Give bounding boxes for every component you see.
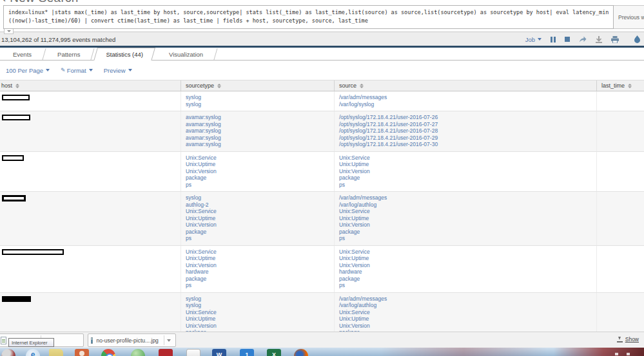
sourcetype-value-link[interactable]: Unix:Uptime (186, 161, 329, 168)
sourcetype-value-link[interactable]: avamar:syslog (186, 114, 329, 121)
source-value-link[interactable]: hardware (339, 268, 592, 276)
sourcetype-value-link[interactable]: ps (186, 182, 329, 189)
internet-explorer-icon[interactable]: e (26, 349, 40, 356)
source-value-link[interactable]: package (339, 174, 592, 182)
source-value-link[interactable]: Unix:Version (339, 262, 592, 269)
download-menu-chevron-icon[interactable] (167, 339, 171, 342)
tab-statistics[interactable]: Statistics (44) (93, 48, 156, 61)
column-header-host[interactable]: host (0, 80, 181, 91)
chrome-icon[interactable] (101, 349, 115, 356)
source-value-link[interactable]: ps (339, 182, 592, 189)
source-value-link[interactable]: Unix:Uptime (339, 215, 592, 222)
source-value-link[interactable]: ps (339, 282, 592, 289)
sourcetype-value-link[interactable]: ps (186, 282, 329, 289)
sourcetype-value-link[interactable]: Unix:Service (186, 309, 329, 316)
system-tray-icon[interactable] (627, 353, 630, 355)
sourcetype-value-link[interactable]: avamar:syslog (186, 135, 329, 142)
sourcetype-value-link[interactable]: Unix:Service (186, 155, 329, 162)
pause-button[interactable] (551, 37, 556, 42)
sourcetype-value-link[interactable]: authlog-2 (186, 201, 329, 209)
source-value-link[interactable]: /var/log/syslog (339, 101, 592, 108)
sourcetype-value-link[interactable]: syslog (186, 302, 329, 309)
sourcetype-value-link[interactable]: package (186, 276, 329, 283)
source-value-link[interactable]: package (339, 276, 592, 283)
download-item-image[interactable]: no-user-profile-pictu....jpg (88, 333, 176, 347)
red-app-icon[interactable] (159, 349, 173, 356)
orange-app-icon[interactable] (75, 349, 89, 356)
per-page-dropdown[interactable]: 100 Per Page (6, 67, 50, 74)
source-value-link[interactable]: Unix:Service (339, 248, 592, 256)
sourcetype-value-link[interactable]: Unix:Version (186, 168, 329, 175)
preview-dropdown[interactable]: Preview (104, 67, 132, 74)
sourcetype-value-link[interactable]: ps (186, 235, 329, 242)
word-icon[interactable]: W (212, 349, 226, 356)
table-controls: 100 Per Page ✎ Format Preview (0, 61, 644, 80)
source-value-link[interactable]: Unix:Uptime (339, 255, 592, 262)
sourcetype-value-link[interactable]: syslog (186, 94, 329, 101)
excel-icon[interactable]: X (267, 349, 281, 356)
source-value-link[interactable]: Unix:Uptime (339, 161, 592, 168)
sourcetype-value-link[interactable]: Unix:Version (186, 221, 329, 229)
document-icon[interactable] (186, 349, 200, 356)
folder-icon[interactable] (49, 349, 63, 356)
sourcetype-value-link[interactable]: hardware (186, 268, 329, 276)
source-value-link[interactable]: Unix:Version (339, 168, 592, 175)
sourcetype-value-link[interactable]: syslog (186, 194, 329, 201)
search-input[interactable]: index=linux* |stats max(_time) as last_t… (3, 5, 614, 29)
source-value-link[interactable]: /opt/syslog/172.18.4.21/user-2016-07-30 (339, 141, 592, 148)
source-value-link[interactable]: Unix:Service (339, 309, 592, 316)
source-value-link[interactable]: Unix:Service (339, 155, 592, 162)
sourcetype-value-link[interactable]: avamar:syslog (186, 141, 329, 148)
source-value-link[interactable]: /var/adm/messages (339, 94, 592, 101)
source-value-link[interactable]: /opt/syslog/172.18.4.21/user-2016-07-26 (339, 114, 592, 121)
tab-events[interactable]: Events (0, 48, 44, 61)
source-value-link[interactable]: Unix:Version (339, 323, 592, 330)
source-value-link[interactable]: package (339, 229, 592, 236)
tab-visualization[interactable]: Visualization (156, 48, 216, 61)
share-button[interactable] (579, 36, 587, 42)
source-value-link[interactable]: Unix:Service (339, 208, 592, 215)
export-button[interactable] (596, 36, 602, 43)
sourcetype-value-link[interactable]: Unix:Uptime (186, 315, 329, 323)
firefox-icon[interactable] (294, 349, 308, 356)
column-header-source[interactable]: source (334, 80, 596, 91)
format-dropdown[interactable]: ✎ Format (61, 67, 93, 74)
sourcetype-value-link[interactable]: avamar:syslog (186, 121, 329, 128)
source-value-link[interactable]: /var/adm/messages (339, 295, 592, 303)
source-value-link[interactable]: /opt/syslog/172.18.4.21/user-2016-07-28 (339, 127, 592, 135)
stop-button[interactable] (565, 37, 570, 42)
sourcetype-value-link[interactable]: package (186, 229, 329, 236)
sourcetype-value-link[interactable]: syslog (186, 295, 329, 303)
system-tray-icon[interactable] (615, 353, 618, 355)
job-menu-button[interactable]: Job (525, 36, 542, 43)
sourcetype-value-link[interactable]: Unix:Service (186, 248, 329, 256)
search-assistant-toggle[interactable] (4, 29, 14, 34)
source-value-link[interactable]: /var/log/authlog (339, 302, 592, 309)
source-value-link[interactable]: /var/adm/messages (339, 194, 592, 201)
source-value-link[interactable]: /opt/syslog/172.18.4.21/user-2016-07-27 (339, 121, 592, 128)
onenote-icon[interactable]: 1 (240, 349, 254, 356)
show-all-downloads-link[interactable]: Show (617, 336, 639, 342)
sphere-icon[interactable] (1, 349, 15, 356)
table-cell (0, 246, 181, 292)
sourcetype-value-link[interactable]: Unix:Service (186, 208, 329, 215)
column-header-sourcetype[interactable]: sourcetype (181, 80, 334, 91)
sourcetype-value-link[interactable]: Unix:Version (186, 323, 329, 330)
time-range-picker[interactable]: Previous w (614, 5, 644, 29)
source-value-link[interactable]: /var/log/authlog (339, 201, 592, 209)
sourcetype-value-link[interactable]: Unix:Version (186, 262, 329, 269)
smart-mode-button[interactable] (634, 35, 640, 43)
sourcetype-value-link[interactable]: package (186, 174, 329, 182)
column-header-last-time[interactable]: last_time (596, 80, 644, 91)
source-value-link[interactable]: ps (339, 235, 592, 242)
print-button[interactable] (611, 36, 619, 43)
source-value-link[interactable]: /opt/syslog/172.18.4.21/user-2016-07-29 (339, 135, 592, 142)
tab-patterns[interactable]: Patterns (44, 48, 93, 61)
green-app-icon[interactable] (131, 349, 145, 356)
sourcetype-value-link[interactable]: syslog (186, 101, 329, 108)
source-value-link[interactable]: Unix:Version (339, 221, 592, 229)
sourcetype-value-link[interactable]: avamar:syslog (186, 127, 329, 135)
sourcetype-value-link[interactable]: Unix:Uptime (186, 215, 329, 222)
source-value-link[interactable]: Unix:Uptime (339, 315, 592, 323)
sourcetype-value-link[interactable]: Unix:Uptime (186, 255, 329, 262)
